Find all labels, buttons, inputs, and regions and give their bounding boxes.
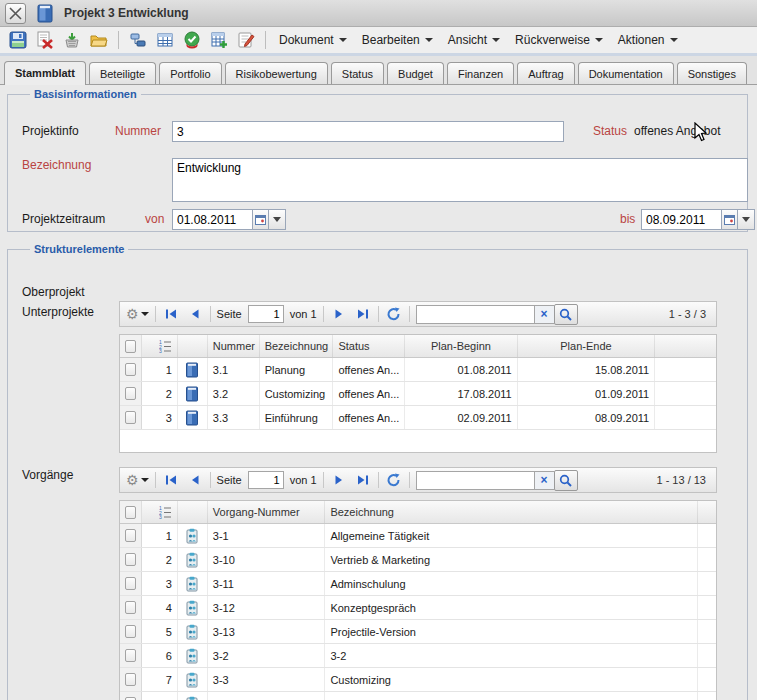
vorgang-row[interactable]: 5 3-13 Projectile-Version: [120, 620, 716, 644]
type-column-header[interactable]: [178, 501, 208, 523]
search-button[interactable]: [554, 304, 578, 325]
grid-settings-button[interactable]: ⚙: [126, 306, 149, 322]
bis-date-dropdown[interactable]: [738, 209, 755, 230]
edit-document-icon[interactable]: [235, 29, 257, 51]
refresh-icon[interactable]: [385, 471, 403, 489]
table-icon[interactable]: [154, 29, 176, 51]
bis-label: bis: [620, 212, 635, 226]
next-page-button[interactable]: [330, 471, 348, 489]
row-checkbox[interactable]: [125, 387, 136, 400]
tab-beteiligte[interactable]: Beteiligte: [89, 62, 156, 84]
column-header-plan-beginn[interactable]: Plan-Beginn: [405, 335, 518, 357]
row-checkbox[interactable]: [125, 553, 136, 566]
vorgang-row[interactable]: 6 3-2 3-2: [120, 644, 716, 668]
refresh-icon[interactable]: [385, 305, 403, 323]
first-page-button[interactable]: [162, 305, 180, 323]
cell-bezeichnung: Projectile-Version: [325, 620, 698, 643]
row-checkbox[interactable]: [125, 673, 136, 686]
main-toolbar: Dokument Bearbeiten Ansicht Rückverweise…: [0, 27, 757, 53]
von-date-dropdown[interactable]: [269, 209, 286, 230]
cell-bezeichnung: Einführung: [260, 406, 334, 429]
tab-budget[interactable]: Budget: [387, 62, 444, 84]
column-header-plan-ende[interactable]: Plan-Ende: [518, 335, 655, 357]
vorgang-row[interactable]: 1 3-1 Allgemeine Tätigkeit: [120, 524, 716, 548]
row-checkbox[interactable]: [125, 601, 136, 614]
nummer-field[interactable]: [172, 121, 564, 142]
row-checkbox[interactable]: [125, 649, 136, 662]
table-add-icon[interactable]: [208, 29, 230, 51]
row-checkbox[interactable]: [125, 363, 136, 376]
save-icon[interactable]: [7, 29, 29, 51]
tab-finanzen[interactable]: Finanzen: [447, 62, 514, 84]
vorgang-row[interactable]: 3 3-11 Adminschulung: [120, 572, 716, 596]
page-number-input[interactable]: [248, 471, 284, 489]
page-number-input[interactable]: [248, 305, 284, 323]
grid-search-input[interactable]: [416, 471, 534, 490]
unterprojekt-row[interactable]: 1 3.1 Planung offenes An... 01.08.2011 1…: [120, 358, 716, 382]
cell-vorgang-nummer: 3-10: [208, 548, 326, 571]
row-checkbox[interactable]: [125, 577, 136, 590]
type-column-header[interactable]: [178, 335, 208, 357]
row-number: 6: [142, 644, 178, 667]
tab-portfolio[interactable]: Portfolio: [159, 62, 221, 84]
column-header-status[interactable]: Status: [333, 335, 405, 357]
column-header-bezeichnung[interactable]: Bezeichnung: [260, 335, 334, 357]
select-all-checkbox[interactable]: [125, 340, 136, 353]
menu-rueckverweise[interactable]: Rückverweise: [510, 31, 608, 49]
bis-date-field[interactable]: [641, 209, 721, 230]
close-button[interactable]: [5, 3, 26, 24]
unterprojekt-row[interactable]: 3 3.3 Einführung offenes An... 02.09.201…: [120, 406, 716, 430]
cell-vorgang-nummer: 3-2: [208, 644, 326, 667]
tab-stammblatt[interactable]: Stammblatt: [4, 61, 86, 85]
unterprojekt-row[interactable]: 2 3.2 Customizing offenes An... 17.08.20…: [120, 382, 716, 406]
page-count-label: von 1: [290, 308, 317, 320]
search-clear-icon[interactable]: ×: [534, 471, 554, 490]
column-header-bezeichnung[interactable]: Bezeichnung: [325, 501, 698, 523]
first-page-button[interactable]: [162, 471, 180, 489]
menu-rueckverweise-label: Rückverweise: [515, 33, 590, 47]
tab-status[interactable]: Status: [331, 62, 384, 84]
vorgang-row[interactable]: 2 3-10 Vertrieb & Marketing: [120, 548, 716, 572]
row-checkbox[interactable]: [125, 411, 136, 424]
menu-aktionen[interactable]: Aktionen: [613, 31, 683, 49]
vorgang-row[interactable]: 7 3-3 Customizing: [120, 668, 716, 692]
import-basket-icon[interactable]: [61, 29, 83, 51]
sort-order-icon[interactable]: 123: [142, 335, 178, 357]
cell-bezeichnung: Customizing: [260, 382, 334, 405]
grid-settings-button[interactable]: ⚙: [126, 472, 149, 488]
last-page-button[interactable]: [354, 305, 372, 323]
search-clear-icon[interactable]: ×: [534, 305, 554, 324]
vorgang-row[interactable]: 4 3-12 Konzeptgespräch: [120, 596, 716, 620]
open-folder-icon[interactable]: [88, 29, 110, 51]
menu-bearbeiten[interactable]: Bearbeiten: [357, 31, 438, 49]
delete-document-icon[interactable]: [34, 29, 56, 51]
tab-sonstiges[interactable]: Sonstiges: [677, 62, 747, 84]
last-page-button[interactable]: [354, 471, 372, 489]
bis-calendar-button[interactable]: [721, 209, 738, 230]
grid-search-input[interactable]: [416, 305, 534, 324]
menu-dokument[interactable]: Dokument: [274, 31, 352, 49]
prev-page-button[interactable]: [186, 471, 204, 489]
row-checkbox[interactable]: [125, 625, 136, 638]
menu-ansicht[interactable]: Ansicht: [443, 31, 505, 49]
search-button[interactable]: [554, 470, 578, 491]
cell-plan-beginn: 02.09.2011: [405, 406, 518, 429]
unterprojekte-pager: ⚙ Seite von 1 × 1 - 3 / 3: [119, 301, 717, 327]
vorgang-row[interactable]: 8 3-4 Qualitätssicherung: [120, 692, 716, 700]
prev-page-button[interactable]: [186, 305, 204, 323]
von-date-field[interactable]: [172, 209, 252, 230]
tab-auftrag[interactable]: Auftrag: [517, 62, 574, 84]
column-header-nummer[interactable]: Nummer: [208, 335, 260, 357]
column-header-vorgang-nummer[interactable]: Vorgang-Nummer: [208, 501, 326, 523]
next-page-button[interactable]: [330, 305, 348, 323]
bezeichnung-field[interactable]: Entwicklung: [172, 158, 748, 202]
von-calendar-button[interactable]: [252, 209, 269, 230]
tab-risikobewertung[interactable]: Risikobewertung: [225, 62, 328, 84]
seite-label: Seite: [217, 308, 242, 320]
hierarchy-icon[interactable]: [127, 29, 149, 51]
tab-dokumentation[interactable]: Dokumentation: [578, 62, 674, 84]
approve-icon[interactable]: [181, 29, 203, 51]
sort-order-icon[interactable]: 123: [142, 501, 178, 523]
row-checkbox[interactable]: [125, 529, 136, 542]
select-all-checkbox[interactable]: [125, 506, 136, 519]
